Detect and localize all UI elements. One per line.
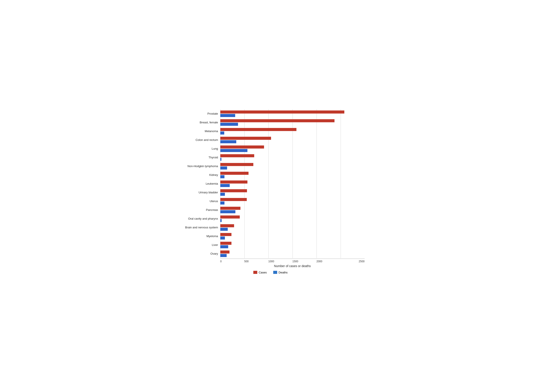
bar-cases [220,215,240,219]
bar-group [220,153,365,162]
bar-deaths [220,149,247,152]
chart-container: ProstateBreast, femaleMelanomaColon and … [172,105,369,287]
bar-deaths [220,210,236,213]
y-label: Oral cavity and pharynx [177,214,218,223]
bar-cases [220,154,255,157]
y-label: Pancreas [177,206,218,214]
y-label: Lung [177,144,218,153]
bar-deaths [220,201,225,204]
bar-cases [220,146,264,149]
y-label: Melanoma [177,127,218,136]
bar-deaths [220,131,224,135]
y-label: Urinary bladder [177,188,218,197]
legend-deaths-color [273,271,277,274]
y-label: Ovary [177,249,218,258]
legend: CasesDeaths [177,271,365,274]
bar-deaths [220,254,227,257]
bar-group [220,232,365,241]
legend-cases-color [253,271,257,274]
bar-deaths [220,219,222,222]
bar-cases [220,251,229,254]
legend-deaths: Deaths [273,271,287,274]
x-axis: 05001000150020002500 [220,260,365,263]
bar-cases [220,119,335,122]
bar-group [220,171,365,179]
bar-group [220,188,365,197]
bar-cases [220,233,231,236]
y-label: Breast, female [177,118,218,127]
bar-deaths [220,158,221,161]
bar-deaths [220,167,227,170]
bar-group [220,206,365,214]
bar-group [220,162,365,171]
bar-deaths [220,228,228,231]
x-tick: 2500 [341,260,365,263]
bar-group [220,241,365,249]
y-labels: ProstateBreast, femaleMelanomaColon and … [177,109,220,258]
bar-deaths [220,236,225,240]
bars-section [220,109,365,258]
y-label: Non-Hodgkin lymphoma [177,162,218,171]
bar-group [220,127,365,136]
bar-cases [220,180,247,183]
bar-group [220,179,365,188]
bar-cases [220,207,240,210]
bar-cases [220,110,344,114]
bar-deaths [220,184,230,187]
y-label: Kidney [177,171,218,179]
y-label: Brain and nervous system [177,223,218,232]
x-tick: 1500 [292,260,317,263]
y-label: Liver [177,241,218,249]
bar-cases [220,128,297,131]
bar-group [220,214,365,223]
bar-group [220,249,365,258]
bars-rows [220,109,365,258]
y-label: Colon and rectum [177,136,218,144]
bar-cases [220,172,249,175]
bar-group [220,223,365,232]
bar-group [220,118,365,127]
bar-deaths [220,123,238,126]
chart-inner: ProstateBreast, femaleMelanomaColon and … [177,109,365,258]
x-axis-line [220,259,365,259]
x-axis-label: Number of cases or deaths [220,264,365,268]
bar-group [220,109,365,118]
y-label: Leukemia [177,179,218,188]
bar-cases [220,242,231,245]
bar-deaths [220,140,236,143]
x-tick: 0 [220,260,244,263]
bar-deaths [220,193,225,196]
bar-deaths [220,245,228,248]
legend-deaths-label: Deaths [278,271,287,274]
bar-group [220,197,365,206]
bar-deaths [220,175,225,178]
chart-area: ProstateBreast, femaleMelanomaColon and … [177,109,365,268]
y-label: Uterus [177,197,218,206]
bar-cases [220,189,247,192]
bar-cases [220,224,234,227]
y-label: Prostate [177,109,218,118]
y-label: Thyroid [177,153,218,162]
bar-group [220,144,365,153]
x-tick: 1000 [268,260,292,263]
bar-cases [220,137,271,140]
legend-cases-label: Cases [259,271,267,274]
bar-cases [220,198,247,201]
bar-cases [220,163,254,166]
legend-cases: Cases [253,271,267,274]
bar-group [220,136,365,144]
y-label: Myeloma [177,232,218,241]
bar-deaths [220,114,235,117]
x-tick: 2000 [317,260,341,263]
x-tick: 500 [244,260,268,263]
